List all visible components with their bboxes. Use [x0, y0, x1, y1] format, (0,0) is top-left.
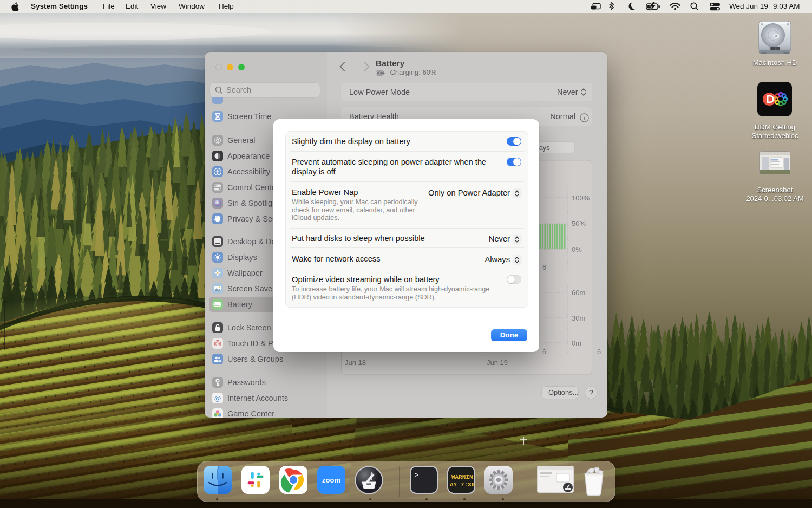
svg-text:>_: >_	[415, 472, 423, 479]
svg-text:100%: 100%	[572, 194, 590, 202]
svg-text:i: i	[584, 114, 585, 121]
svg-text:60m: 60m	[572, 289, 585, 297]
svg-text:6: 6	[542, 348, 546, 356]
svg-text:Jun 19: Jun 19	[487, 359, 508, 367]
svg-text:0%: 0%	[572, 245, 582, 253]
svg-text:0m: 0m	[572, 339, 581, 347]
svg-text:Jun 18: Jun 18	[345, 359, 366, 367]
svg-text:AY 7:36: AY 7:36	[450, 481, 475, 488]
svg-text:6: 6	[597, 348, 601, 356]
svg-text:30m: 30m	[572, 314, 585, 322]
svg-text:6: 6	[542, 263, 546, 271]
svg-text:50%: 50%	[572, 219, 586, 227]
svg-text:WARNIN: WARNIN	[451, 474, 473, 480]
svg-text:@: @	[214, 394, 221, 402]
svg-text:zoom: zoom	[322, 476, 340, 484]
